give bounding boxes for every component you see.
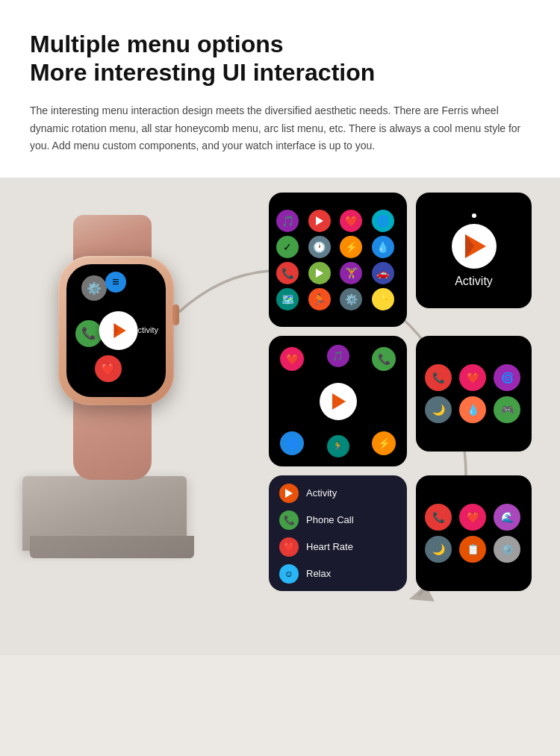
watch-case: ⚙️ ≡ 📞 ❤️ [58,256,174,405]
description-text: The interesting menu interaction design … [30,102,530,155]
app-icon-dumbbell: 🏋️ [340,262,362,284]
list-icon-activity [279,484,299,503]
app-icon-run: 🏃 [308,288,331,310]
ferris-icon-2: 📞 [372,347,396,371]
bg-icon-4: 🌙 [425,536,452,563]
watch-icon-menu: ≡ [105,272,126,293]
watch-icon-heart: ❤️ [95,355,122,382]
watch-screen-content: ⚙️ ≡ 📞 ❤️ [66,264,166,397]
top-section: Multiple menu options More interesting U… [0,0,560,178]
panel-bottom-grid: 📞 ❤️ 🌊 🌙 📋 ⚙️ [416,475,532,591]
sg-icon-5: 💧 [459,396,486,423]
list-item-heart: ❤️ Heart Rate [279,537,396,557]
app-grid-honeycomb: 🎵 ❤️ 🌀 ✓ 🕐 ⚡ 💧 📞 🏋️ 🚗 [269,193,407,327]
page-wrapper: Multiple menu options More interesting U… [0,0,560,756]
bg-icon-6: ⚙️ [494,536,520,563]
panel-small-grid: 📞 ❤️ 🌀 🌙 💧 🎮 [416,336,532,452]
ferris-icon-6: 🏃 [327,435,349,457]
list-icon-phone: 📞 [279,510,299,530]
list-label-heart: Heart Rate [306,541,353,552]
small-grid-content: 📞 ❤️ 🌀 🌙 💧 🎮 [416,336,532,452]
svg-marker-4 [316,269,323,278]
bg-icon-2: ❤️ [459,504,486,531]
app-icon-bolt: ⚡ [340,236,362,258]
list-label-activity: Activity [306,487,337,499]
activity-panel-label: Activity [455,275,493,288]
ferris-icon-4: ⚡ [372,431,396,455]
app-icon-check: ✓ [276,236,299,258]
ferris-icon-1: ❤️ [280,347,304,371]
sg-icon-4: 🌙 [425,396,452,423]
app-icon-heart: ❤️ [340,210,362,232]
ferris-center-icon [320,383,357,420]
activity-detail-icon [452,224,497,269]
ui-panels: 🎵 ❤️ 🌀 ✓ 🕐 ⚡ 💧 📞 🏋️ 🚗 [269,193,545,591]
app-icon-spiral: 🌀 [372,210,394,232]
svg-marker-8 [285,489,293,498]
app-icon-play2 [308,262,331,284]
bg-icon-3: 🌊 [494,504,520,531]
bottom-grid-content: 📞 ❤️ 🌊 🌙 📋 ⚙️ [416,475,532,591]
list-icon-heart: ❤️ [279,537,299,557]
app-icon-phone: 📞 [276,262,299,284]
app-icon-clock: 🕐 [308,236,331,258]
main-title: Multiple menu options More interesting U… [30,30,530,87]
watch-screen: ⚙️ ≡ 📞 ❤️ [66,264,166,397]
panels-row2: ❤️ 📞 🌀 ⚡ 🎵 🏃 📞 ❤️ 🌀 [269,336,545,466]
bottom-section: ⚙️ ≡ 📞 ❤️ [0,178,560,655]
activity-detail-content: Activity [416,193,532,308]
panel-list: Activity 📞 Phone Call ❤️ Heart Rate [269,475,407,591]
sg-icon-6: 🎮 [494,396,520,423]
panel-ferris: ❤️ 📞 🌀 ⚡ 🎵 🏃 [269,336,407,466]
list-item-activity: Activity [279,484,396,503]
concrete-base-side [30,536,194,558]
sg-icon-2: ❤️ [459,364,486,391]
watch-crown [172,304,179,325]
panels-right-col2: 📞 ❤️ 🌀 🌙 💧 🎮 [416,336,532,452]
svg-marker-7 [332,393,346,410]
svg-marker-3 [316,216,323,225]
panels-row3: Activity 📞 Phone Call ❤️ Heart Rate [269,475,545,591]
app-icon-car: 🚗 [372,262,394,284]
app-icon-map: 🗺️ [276,288,299,310]
list-label-relax: Relax [306,568,331,579]
app-icon-star: ⭐ [372,288,394,310]
list-label-phone: Phone Call [306,514,354,525]
ferris-content: ❤️ 📞 🌀 ⚡ 🎵 🏃 [269,336,407,466]
panels-row1: 🎵 ❤️ 🌀 ✓ 🕐 ⚡ 💧 📞 🏋️ 🚗 [269,193,545,327]
list-item-relax: ☺ Relax [279,564,396,584]
watch-container: ⚙️ ≡ 📞 ❤️ [15,193,224,566]
list-item-phone: 📞 Phone Call [279,510,396,530]
watch-center-activity-icon [99,311,137,350]
panels-right-col1: Activity [416,193,532,308]
app-icon-music: 🎵 [276,210,299,232]
list-icon-relax: ☺ [279,564,299,584]
bg-icon-1: 📞 [425,504,452,531]
app-icon-drop: 💧 [372,236,394,258]
bg-icon-5: 📋 [459,536,486,563]
sg-icon-1: 📞 [425,364,452,391]
list-panel-content: Activity 📞 Phone Call ❤️ Heart Rate [269,475,407,591]
panel-honeycomb: 🎵 ❤️ 🌀 ✓ 🕐 ⚡ 💧 📞 🏋️ 🚗 [269,193,407,327]
watch-icon-settings: ⚙️ [81,275,107,301]
ferris-icon-3: 🌀 [280,431,304,455]
app-icon-activity [308,210,331,232]
activity-dot [472,213,476,218]
panel-activity-detail: Activity [416,193,532,308]
ferris-icon-5: 🎵 [327,345,349,367]
app-icon-settings2: ⚙️ [340,288,362,310]
sg-icon-3: 🌀 [494,364,520,391]
